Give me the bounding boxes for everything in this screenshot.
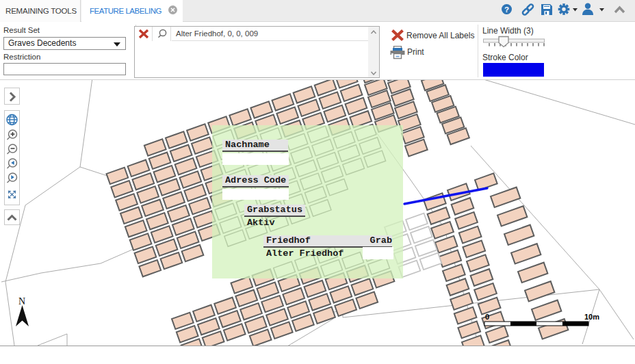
svg-text:N: N [18,296,25,307]
svg-text:?: ? [504,5,509,14]
svg-text:0: 0 [485,313,489,321]
svg-text:10m: 10m [584,313,599,321]
